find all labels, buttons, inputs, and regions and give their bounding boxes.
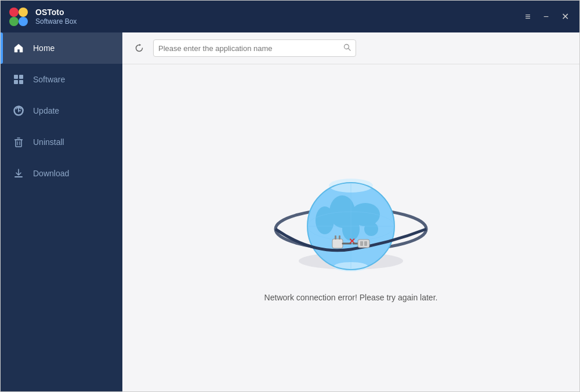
sidebar-item-update[interactable]: Update	[1, 95, 122, 126]
svg-point-1	[9, 8, 19, 17]
sidebar-item-download[interactable]: Download	[1, 158, 122, 189]
svg-point-26	[364, 222, 378, 236]
svg-rect-40	[360, 241, 363, 246]
sidebar-item-software-label: Software	[33, 75, 65, 84]
app-name: OSToto	[35, 8, 77, 17]
search-icon	[343, 43, 351, 53]
app-logo	[8, 6, 30, 28]
software-icon	[12, 73, 25, 86]
minimize-button[interactable]: −	[540, 11, 552, 23]
sidebar-item-home-label: Home	[33, 43, 55, 53]
svg-rect-11	[16, 140, 21, 147]
main-layout: Home Software	[1, 32, 579, 391]
content-body: ✕ Network connection error! Please try a…	[122, 64, 579, 391]
svg-point-4	[19, 17, 28, 26]
svg-rect-8	[19, 80, 23, 84]
app-title-block: OSToto Software Box	[35, 8, 77, 26]
sidebar-item-home[interactable]: Home	[1, 32, 122, 64]
svg-rect-16	[14, 176, 23, 177]
sidebar-item-uninstall-label: Uninstall	[33, 137, 64, 147]
svg-rect-34	[335, 235, 336, 239]
svg-point-3	[9, 17, 19, 26]
sidebar-item-software[interactable]: Software	[1, 64, 122, 95]
app-window: OSToto Software Box ≡ − ✕ Home	[0, 0, 580, 392]
close-button[interactable]: ✕	[558, 11, 572, 23]
network-error-illustration: ✕	[264, 154, 438, 281]
svg-rect-41	[364, 241, 367, 246]
title-bar: OSToto Software Box ≡ − ✕	[1, 1, 579, 32]
search-input[interactable]	[158, 44, 343, 53]
content-area: ✕ Network connection error! Please try a…	[122, 32, 579, 391]
svg-point-24	[316, 206, 334, 234]
refresh-button[interactable]	[131, 40, 147, 56]
svg-rect-35	[339, 235, 340, 239]
sidebar-item-download-label: Download	[33, 169, 69, 178]
uninstall-icon	[12, 136, 25, 148]
svg-rect-7	[14, 80, 18, 84]
svg-rect-5	[14, 75, 18, 79]
title-bar-controls: ≡ − ✕	[521, 11, 572, 23]
svg-point-17	[345, 45, 349, 49]
download-icon	[12, 167, 25, 180]
sidebar-item-update-label: Update	[33, 106, 59, 115]
home-icon	[12, 42, 25, 55]
svg-line-18	[349, 49, 350, 50]
sidebar: Home Software	[1, 32, 122, 391]
list-view-button[interactable]: ≡	[521, 11, 534, 23]
svg-point-2	[19, 8, 28, 17]
svg-rect-6	[19, 75, 23, 79]
error-message: Network connection error! Please try aga…	[264, 293, 438, 302]
svg-point-25	[351, 203, 380, 226]
svg-rect-33	[332, 239, 343, 248]
app-subtitle: Software Box	[35, 17, 77, 26]
sidebar-item-uninstall[interactable]: Uninstall	[1, 126, 122, 158]
toolbar	[122, 32, 579, 64]
update-icon	[12, 104, 25, 117]
search-bar	[153, 39, 356, 57]
svg-rect-39	[358, 239, 369, 248]
